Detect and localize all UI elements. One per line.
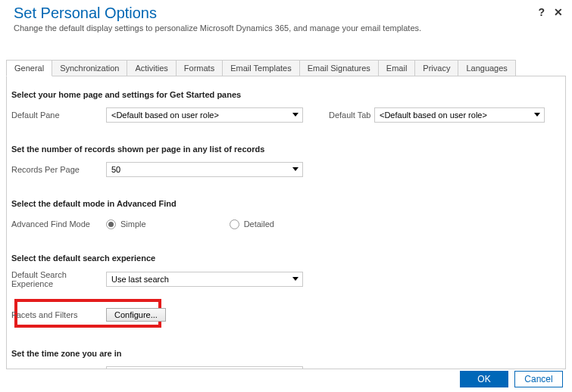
- records-per-page-select[interactable]: 50: [106, 162, 303, 177]
- tab-general[interactable]: General: [6, 60, 52, 76]
- content-area: Select your home page and settings for G…: [6, 76, 566, 369]
- radio-detailed-label: Detailed: [244, 219, 274, 229]
- radio-icon: [106, 219, 116, 229]
- tab-languages[interactable]: Languages: [458, 60, 515, 76]
- tabs: General Synchronization Activities Forma…: [6, 60, 572, 76]
- advanced-find-mode-label: Advanced Find Mode: [11, 219, 106, 229]
- page-subtitle: Change the default display settings to p…: [14, 23, 558, 33]
- section-heading-advanced-find: Select the default mode in Advanced Find: [11, 199, 561, 208]
- tab-privacy[interactable]: Privacy: [414, 60, 458, 76]
- close-icon[interactable]: ✕: [554, 6, 563, 18]
- tab-email-templates[interactable]: Email Templates: [222, 60, 300, 76]
- tab-email[interactable]: Email: [378, 60, 416, 76]
- default-search-exp-select[interactable]: Use last search: [106, 272, 303, 287]
- timezone-select[interactable]: (GMT-08:00) Pacific Time (US & Canada): [106, 366, 303, 369]
- section-heading-search: Select the default search experience: [11, 254, 561, 263]
- radio-simple-label: Simple: [120, 219, 146, 229]
- default-tab-select[interactable]: <Default based on user role>: [374, 107, 545, 123]
- tab-formats[interactable]: Formats: [176, 60, 223, 76]
- default-pane-select[interactable]: <Default based on user role>: [106, 107, 303, 123]
- section-heading-timezone: Set the time zone you are in: [11, 349, 561, 358]
- records-per-page-label: Records Per Page: [11, 165, 106, 174]
- section-heading-homepage: Select your home page and settings for G…: [11, 90, 561, 99]
- tab-activities[interactable]: Activities: [127, 60, 176, 76]
- section-heading-records: Set the number of records shown per page…: [11, 145, 561, 154]
- default-tab-label: Default Tab: [329, 110, 374, 120]
- cancel-button[interactable]: Cancel: [514, 371, 563, 387]
- radio-simple[interactable]: Simple: [106, 219, 146, 229]
- radio-icon: [230, 219, 239, 229]
- page-title: Set Personal Options: [14, 5, 558, 22]
- facets-filters-label: Facets and Filters: [11, 310, 106, 319]
- ok-button[interactable]: OK: [460, 371, 508, 387]
- default-search-exp-label: Default Search Experience: [11, 270, 106, 288]
- tab-email-signatures[interactable]: Email Signatures: [299, 60, 379, 76]
- default-pane-label: Default Pane: [11, 110, 106, 120]
- tab-synchronization[interactable]: Synchronization: [52, 60, 127, 76]
- help-icon[interactable]: ?: [538, 6, 545, 18]
- configure-button[interactable]: Configure...: [106, 308, 166, 322]
- radio-detailed[interactable]: Detailed: [230, 219, 274, 229]
